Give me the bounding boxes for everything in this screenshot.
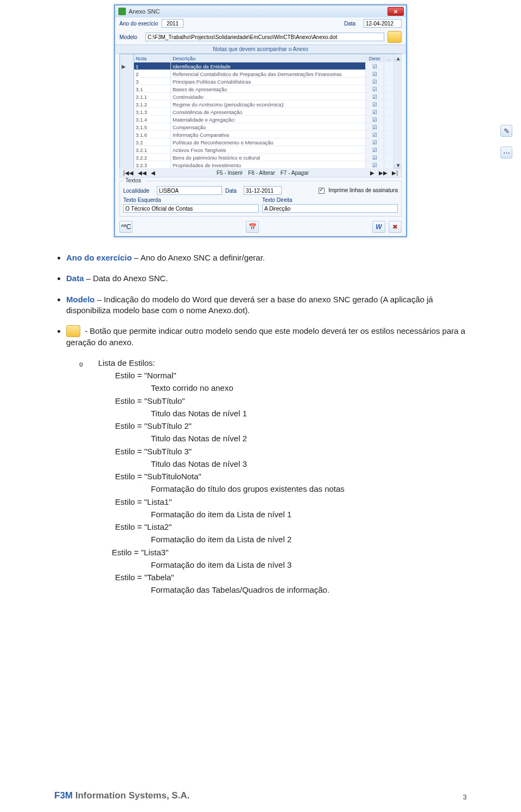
cell-extra[interactable] bbox=[384, 123, 394, 131]
textos-data-input[interactable] bbox=[244, 186, 282, 195]
cell-descricao[interactable]: Regime do Acréscimo (periodização económ… bbox=[171, 100, 366, 108]
exit-button[interactable]: ✖ bbox=[389, 221, 402, 233]
cell-nota[interactable]: 3.1.2 bbox=[134, 100, 171, 108]
scrollbar-track[interactable] bbox=[394, 70, 402, 78]
cell-nota[interactable]: 3.1 bbox=[134, 85, 171, 93]
cell-check[interactable]: ☑ bbox=[366, 146, 384, 154]
row-marker[interactable] bbox=[120, 123, 134, 131]
nav-next-page[interactable]: ▶▶ bbox=[379, 170, 387, 176]
scrollbar-track[interactable] bbox=[394, 108, 402, 116]
grid-scroll-up[interactable]: ▲ bbox=[394, 54, 402, 62]
cell-extra[interactable] bbox=[384, 138, 394, 146]
cell-descricao[interactable]: Principais Políticas Contabilísticas bbox=[171, 78, 366, 85]
cell-check[interactable]: ☑ bbox=[366, 78, 384, 85]
scrollbar-track[interactable] bbox=[394, 100, 402, 108]
cell-descricao[interactable]: Bens do património histórico e cultural bbox=[171, 154, 366, 161]
scrollbar-track[interactable] bbox=[394, 116, 402, 123]
ano-exercicio-input[interactable] bbox=[162, 19, 183, 28]
cell-nota[interactable]: 3.2.2 bbox=[134, 154, 171, 161]
cell-descricao[interactable]: Materialidade e Agregação: bbox=[171, 116, 366, 123]
calendar-button[interactable]: 📅 bbox=[246, 221, 259, 233]
row-marker[interactable] bbox=[120, 70, 134, 78]
cell-nota[interactable]: 3.2.3 bbox=[134, 161, 171, 169]
cell-descricao[interactable]: Consistência de Apresentação bbox=[171, 108, 366, 116]
cell-check[interactable]: ☑ bbox=[366, 138, 384, 146]
row-marker[interactable] bbox=[120, 78, 134, 85]
cell-extra[interactable] bbox=[384, 93, 394, 100]
cell-check[interactable]: ☑ bbox=[366, 131, 384, 138]
cell-nota[interactable]: 2 bbox=[134, 70, 171, 78]
grid-scroll-down[interactable]: ▼ bbox=[394, 161, 402, 169]
row-marker[interactable] bbox=[120, 85, 134, 93]
scrollbar-track[interactable] bbox=[394, 93, 402, 100]
cell-extra[interactable] bbox=[384, 146, 394, 154]
row-marker[interactable] bbox=[120, 93, 134, 100]
cell-check[interactable]: ☑ bbox=[366, 161, 384, 169]
scrollbar-track[interactable] bbox=[394, 78, 402, 85]
cell-descricao[interactable]: Bases de Apresentação bbox=[171, 85, 366, 93]
cell-extra[interactable] bbox=[384, 116, 394, 123]
nav-last[interactable]: ▶| bbox=[392, 170, 398, 176]
cell-nota[interactable]: 3.1.5 bbox=[134, 123, 171, 131]
cell-check[interactable]: ☑ bbox=[366, 116, 384, 123]
row-marker[interactable] bbox=[120, 138, 134, 146]
cell-descricao[interactable]: Continuidade: bbox=[171, 93, 366, 100]
scrollbar-track[interactable] bbox=[394, 85, 402, 93]
cell-nota[interactable]: 3.1.1 bbox=[134, 93, 171, 100]
cell-extra[interactable] bbox=[384, 78, 394, 85]
cell-check[interactable]: ☑ bbox=[366, 62, 384, 70]
spellcheck-button[interactable]: ᴬᴮC bbox=[119, 221, 132, 233]
cell-nota[interactable]: 3.1.3 bbox=[134, 108, 171, 116]
row-marker[interactable] bbox=[120, 146, 134, 154]
cell-nota[interactable]: 3.1.4 bbox=[134, 116, 171, 123]
scrollbar-track[interactable] bbox=[394, 154, 402, 161]
localidade-input[interactable] bbox=[157, 186, 222, 195]
scrollbar-track[interactable] bbox=[394, 138, 402, 146]
cell-nota[interactable]: 3.2 bbox=[134, 138, 171, 146]
cell-nota[interactable]: 1 bbox=[134, 62, 171, 70]
texto-esquerda-input[interactable] bbox=[123, 204, 259, 213]
cell-extra[interactable] bbox=[384, 62, 394, 70]
cell-extra[interactable] bbox=[384, 154, 394, 161]
cell-check[interactable]: ☑ bbox=[366, 93, 384, 100]
cell-descricao[interactable]: Informação Comparativa bbox=[171, 131, 366, 138]
nav-first[interactable]: |◀◀ bbox=[123, 170, 134, 176]
op-delete[interactable]: F7 - Apagar bbox=[281, 170, 309, 176]
scrollbar-track[interactable] bbox=[394, 62, 402, 70]
cell-extra[interactable] bbox=[384, 100, 394, 108]
row-marker[interactable] bbox=[120, 108, 134, 116]
cell-descricao[interactable]: Identificação da Entidade bbox=[171, 62, 366, 70]
cell-extra[interactable] bbox=[384, 70, 394, 78]
cell-descricao[interactable]: Activos Fixos Tangíveis bbox=[171, 146, 366, 154]
side-more-icon[interactable]: ⋯ bbox=[500, 147, 512, 158]
cell-nota[interactable]: 3 bbox=[134, 78, 171, 85]
nav-prev[interactable]: ◀ bbox=[151, 170, 155, 176]
row-marker[interactable]: ▶ bbox=[120, 62, 134, 70]
cell-extra[interactable] bbox=[384, 108, 394, 116]
cell-check[interactable]: ☑ bbox=[366, 85, 384, 93]
cell-extra[interactable] bbox=[384, 131, 394, 138]
cell-check[interactable]: ☑ bbox=[366, 70, 384, 78]
browse-modelo-button[interactable] bbox=[387, 31, 402, 43]
notas-grid[interactable]: NotaDescriçãoDesc...▲▶1Identificação da … bbox=[119, 54, 402, 169]
texto-direita-input[interactable] bbox=[262, 204, 398, 213]
cell-descricao[interactable]: Propriedades de Investimento bbox=[171, 161, 366, 169]
window-close-button[interactable]: ✕ bbox=[387, 7, 404, 16]
print-lines-checkbox[interactable]: Imprime linhas de assinatura bbox=[319, 187, 398, 194]
scrollbar-track[interactable] bbox=[394, 131, 402, 138]
window-titlebar[interactable]: Anexo SNC ✕ bbox=[115, 5, 406, 17]
side-pencil-icon[interactable]: ✎ bbox=[500, 125, 512, 137]
op-insert[interactable]: F5 - Inserir bbox=[217, 170, 243, 176]
modelo-path-input[interactable] bbox=[145, 33, 384, 41]
data-input[interactable] bbox=[364, 19, 402, 28]
row-marker[interactable] bbox=[120, 131, 134, 138]
cell-check[interactable]: ☑ bbox=[366, 100, 384, 108]
cell-extra[interactable] bbox=[384, 161, 394, 169]
cell-descricao[interactable]: Compensação bbox=[171, 123, 366, 131]
cell-check[interactable]: ☑ bbox=[366, 123, 384, 131]
cell-descricao[interactable]: Referencial Contabilístico de Preparação… bbox=[171, 70, 366, 78]
row-marker[interactable] bbox=[120, 154, 134, 161]
scrollbar-track[interactable] bbox=[394, 146, 402, 154]
cell-check[interactable]: ☑ bbox=[366, 108, 384, 116]
cell-descricao[interactable]: Políticas de Reconhecimento e Mensuração bbox=[171, 138, 366, 146]
